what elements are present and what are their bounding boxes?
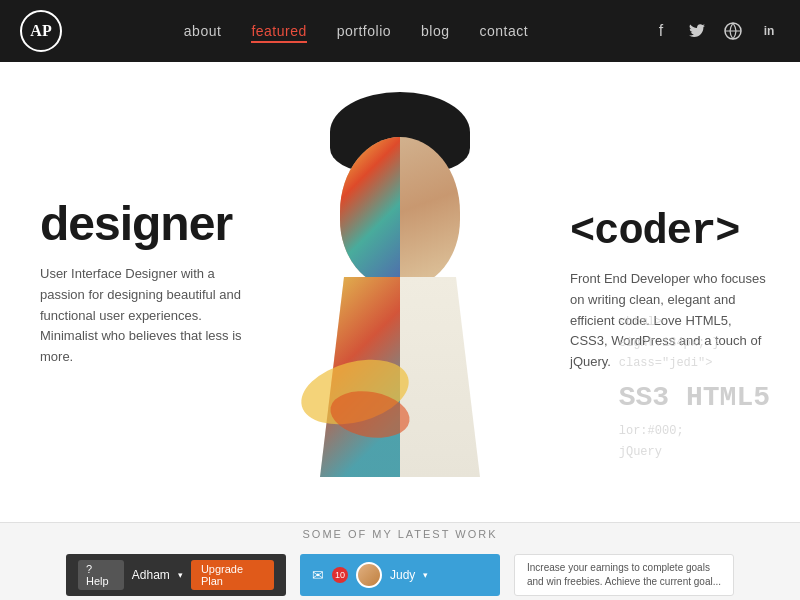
logo-text: AP	[30, 22, 51, 40]
code-line-4: lor:#000;	[619, 421, 770, 441]
code-line-css: SS3 HTML5	[619, 374, 770, 422]
hero-section: designer User Interface Designer with a …	[0, 62, 800, 522]
card1-name: Adham	[132, 568, 170, 582]
nav-item-contact[interactable]: contact	[480, 22, 529, 40]
latest-work-section: SOME OF MY LATEST WORK ? Help Adham ▾ Up…	[0, 522, 800, 600]
nav-link-contact[interactable]: contact	[480, 23, 529, 39]
navbar: AP about featured portfolio blog contact…	[0, 0, 800, 62]
linkedin-icon[interactable]: in	[758, 20, 780, 42]
work-card-2: ✉ 10 Judy ▾	[300, 554, 500, 596]
chevron-down-icon: ▾	[178, 570, 183, 580]
nav-links: about featured portfolio blog contact	[184, 22, 528, 40]
css3-label: SS3 HTML5	[619, 382, 770, 413]
work-card-1: ? Help Adham ▾ Upgrade Plan	[66, 554, 286, 596]
hero-image	[250, 62, 550, 522]
upgrade-button[interactable]: Upgrade Plan	[191, 560, 274, 590]
notification-badge: 10	[332, 567, 348, 583]
face-color-half	[340, 137, 400, 287]
coder-title: <coder>	[570, 211, 770, 253]
code-line-5: jQuery	[619, 442, 770, 462]
designer-title: designer	[40, 200, 260, 248]
avatar	[356, 562, 382, 588]
nav-link-about[interactable]: about	[184, 23, 222, 39]
nav-item-featured[interactable]: featured	[251, 22, 306, 40]
code-line-2: eight:184px; }	[619, 333, 770, 353]
social-icons: f in	[650, 20, 780, 42]
card3-text: Increase your earnings to complete goals…	[527, 561, 721, 589]
chevron-down-icon-2: ▾	[423, 570, 428, 580]
twitter-icon[interactable]	[686, 20, 708, 42]
help-button[interactable]: ? Help	[78, 560, 124, 590]
dribbble-icon[interactable]	[722, 20, 744, 42]
code-line-3: class="jedi">	[619, 353, 770, 373]
work-cards: ? Help Adham ▾ Upgrade Plan ✉ 10 Judy ▾ …	[46, 554, 754, 596]
work-card-3: Increase your earnings to complete goals…	[514, 554, 734, 596]
nav-link-blog[interactable]: blog	[421, 23, 449, 39]
mail-icon: ✉	[312, 567, 324, 583]
code-line-1: <html>	[619, 312, 770, 332]
logo[interactable]: AP	[20, 10, 62, 52]
latest-work-title: SOME OF MY LATEST WORK	[303, 528, 498, 540]
nav-link-featured[interactable]: featured	[251, 23, 306, 43]
designer-block: designer User Interface Designer with a …	[40, 200, 260, 368]
facebook-icon[interactable]: f	[650, 20, 672, 42]
card2-name: Judy	[390, 568, 415, 582]
nav-item-portfolio[interactable]: portfolio	[337, 22, 391, 40]
notif-count: 10	[335, 570, 345, 580]
nav-item-blog[interactable]: blog	[421, 22, 449, 40]
nav-link-portfolio[interactable]: portfolio	[337, 23, 391, 39]
code-watermark: <html> eight:184px; } class="jedi"> SS3 …	[619, 312, 770, 462]
nav-item-about[interactable]: about	[184, 22, 222, 40]
face	[340, 137, 460, 287]
person-artwork	[270, 82, 530, 502]
designer-desc: User Interface Designer with a passion f…	[40, 264, 260, 368]
